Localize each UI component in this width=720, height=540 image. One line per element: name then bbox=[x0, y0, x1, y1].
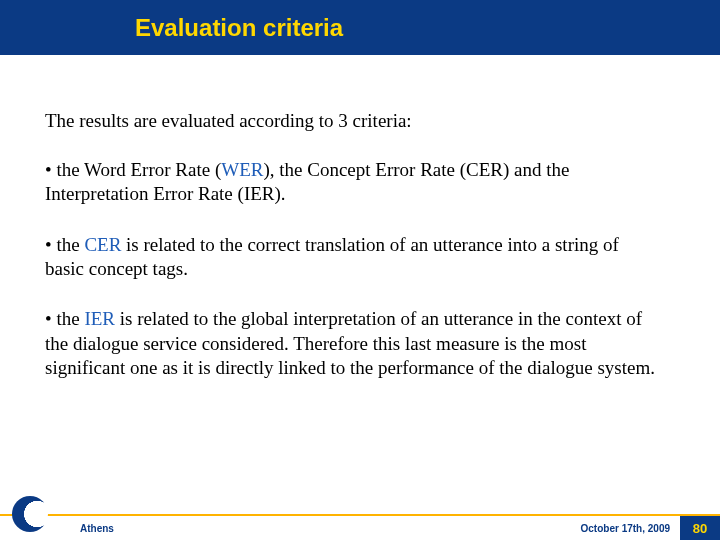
bullet-text: • the bbox=[45, 308, 84, 329]
bullet-ier: • the IER is related to the global inter… bbox=[45, 307, 660, 380]
logo-icon bbox=[12, 496, 48, 532]
footer-date: October 17th, 2009 bbox=[581, 523, 670, 534]
slide-content: The results are evaluated according to 3… bbox=[0, 55, 720, 380]
footer: Athens October 17th, 2009 80 bbox=[0, 514, 720, 540]
bullet-cer: • the CER is related to the correct tran… bbox=[45, 233, 660, 282]
footer-location: Athens bbox=[80, 523, 114, 534]
accent-wer: WER bbox=[221, 159, 263, 180]
intro-text: The results are evaluated according to 3… bbox=[45, 110, 660, 132]
accent-ier: IER bbox=[84, 308, 115, 329]
bullet-text: is related to the correct translation of… bbox=[45, 234, 619, 279]
bullet-text: • the Word Error Rate ( bbox=[45, 159, 221, 180]
page-number-badge: 80 bbox=[680, 516, 720, 540]
footer-divider bbox=[0, 514, 720, 516]
header-bar: Evaluation criteria bbox=[0, 0, 720, 55]
accent-cer: CER bbox=[84, 234, 121, 255]
bullet-text: • the bbox=[45, 234, 84, 255]
slide-title: Evaluation criteria bbox=[135, 14, 343, 42]
bullet-wer: • the Word Error Rate (WER), the Concept… bbox=[45, 158, 660, 207]
bullet-text: is related to the global interpretation … bbox=[45, 308, 655, 378]
